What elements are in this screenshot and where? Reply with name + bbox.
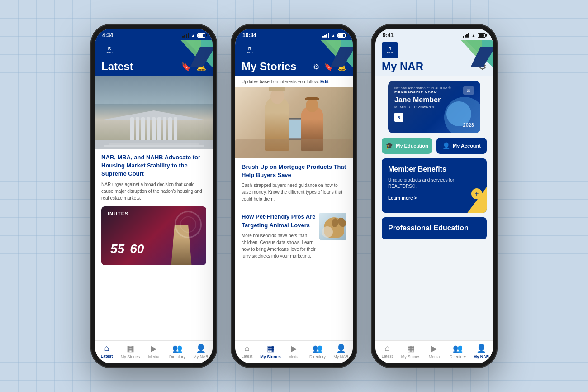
account-label: My Account bbox=[453, 143, 481, 148]
nav-label-latest-1: Latest bbox=[101, 354, 113, 359]
story-card-text: How Pet-Friendly Pros Are Targeting Anim… bbox=[242, 213, 316, 259]
mynar-icon-2: 👤 bbox=[336, 344, 346, 354]
directory-icon-2: 👥 bbox=[313, 344, 322, 354]
phone-mystories: 10:34 ▲ RNAR bbox=[231, 24, 357, 368]
bottom-nav-2: ⌂ Latest ▦ My Stories ▶ Media 👥 Director… bbox=[235, 340, 353, 363]
signal-icon-2 bbox=[322, 33, 329, 38]
benefits-link[interactable]: Learn more > bbox=[388, 196, 417, 201]
pro-edu-title: Professional Education bbox=[388, 224, 480, 233]
screen-content-3[interactable]: ✉ National Association of REALTORS® MEMB… bbox=[375, 76, 493, 340]
nav-latest-2[interactable]: ⌂ Latest bbox=[235, 344, 259, 359]
bookmark-icon-1[interactable]: 🔖 bbox=[181, 62, 191, 72]
page-title-3: My NAR bbox=[382, 60, 423, 73]
nav-label-media-3: Media bbox=[429, 354, 440, 359]
home-icon-2: ⌂ bbox=[245, 344, 250, 353]
status-icons-3: ▲ bbox=[463, 33, 486, 38]
article-card-3[interactable]: How Pet-Friendly Pros Are Targeting Anim… bbox=[235, 208, 353, 264]
article-card-1[interactable]: NAR, MBA, and NAHB Advocate for Housing … bbox=[95, 149, 213, 206]
nar-logo-1: RNAR bbox=[101, 42, 118, 58]
nav-label-directory-1: Directory bbox=[169, 354, 185, 359]
education-label: My Education bbox=[396, 143, 428, 148]
nav-media-1[interactable]: ▶ Media bbox=[142, 344, 166, 359]
time-3: 9:41 bbox=[383, 32, 394, 38]
bell-icon-1[interactable]: 🔔 bbox=[196, 62, 206, 72]
nav-label-stories-2: My Stories bbox=[260, 354, 281, 359]
signal-icon-3 bbox=[463, 33, 469, 38]
screen-content-1[interactable]: NAR, MBA, and NAHB Advocate for Housing … bbox=[95, 76, 213, 340]
nav-label-mynar-1: My NAR bbox=[193, 354, 209, 359]
article-body-3: More households have pets than children,… bbox=[242, 232, 316, 259]
video-card-1[interactable]: INUTES 5560 bbox=[101, 206, 206, 265]
stories-icon-1: ▦ bbox=[127, 344, 134, 354]
nav-media-2[interactable]: ▶ Media bbox=[282, 344, 306, 359]
member-benefits-card[interactable]: + Member Benefits Unique products and se… bbox=[382, 158, 487, 213]
stories-icon-3: ▦ bbox=[407, 344, 415, 354]
media-icon-1: ▶ bbox=[151, 344, 157, 354]
nav-latest-3[interactable]: ⌂ Latest bbox=[375, 344, 399, 359]
nav-mynar-1[interactable]: 👤 My NAR bbox=[189, 344, 213, 359]
directory-icon-3: 👥 bbox=[453, 344, 463, 354]
home-icon-3: ⌂ bbox=[385, 344, 390, 353]
card-org: National Association of REALTORS® bbox=[394, 86, 474, 90]
article-title-2: Brush Up on Mortgage Products That Help … bbox=[242, 163, 346, 179]
nav-label-stories-1: My Stories bbox=[121, 354, 140, 359]
nav-directory-2[interactable]: 👥 Directory bbox=[306, 344, 329, 359]
card-type: MEMBERSHIP CARD bbox=[394, 90, 474, 94]
phone1-header: RNAR Latest 🔖 🔔 bbox=[95, 40, 213, 76]
mynar-icon-1: 👤 bbox=[196, 344, 206, 354]
my-education-button[interactable]: 🎓 My Education bbox=[382, 138, 432, 154]
nav-mystories-2[interactable]: ▦ My Stories bbox=[259, 344, 282, 359]
battery-icon-2 bbox=[337, 33, 346, 38]
nav-mystories-1[interactable]: ▦ My Stories bbox=[119, 344, 142, 359]
time-2: 10:34 bbox=[242, 32, 256, 38]
nav-media-3[interactable]: ▶ Media bbox=[422, 344, 446, 359]
nav-label-media-1: Media bbox=[148, 354, 160, 359]
phone3-header: RNAR My NAR ⚙ bbox=[375, 40, 493, 76]
nar-logo-3: RNAR bbox=[382, 42, 398, 58]
nav-label-directory-3: Directory bbox=[450, 354, 466, 359]
nav-latest-1[interactable]: ⌂ Latest bbox=[95, 344, 119, 359]
nav-label-media-2: Media bbox=[289, 354, 300, 359]
nav-mystories-3[interactable]: ▦ My Stories bbox=[399, 344, 422, 359]
page-title-2: My Stories bbox=[242, 60, 296, 73]
nav-label-latest-3: Latest bbox=[382, 354, 393, 359]
signal-icon-1 bbox=[182, 33, 189, 38]
screen-content-2[interactable]: Brush Up on Mortgage Products That Help … bbox=[235, 87, 353, 340]
time-1: 4:34 bbox=[102, 32, 113, 38]
mynar-icon-3: 👤 bbox=[476, 344, 486, 354]
nav-directory-1[interactable]: 👥 Directory bbox=[166, 344, 189, 359]
wifi-icon-2: ▲ bbox=[331, 33, 336, 38]
stories-edit-bar: Updates based on interests you follow. E… bbox=[235, 76, 353, 87]
article-card-2[interactable]: Brush Up on Mortgage Products That Help … bbox=[235, 158, 353, 208]
plus-button[interactable]: + bbox=[471, 188, 482, 199]
my-account-button[interactable]: 👤 My Account bbox=[436, 138, 487, 154]
status-bar-1: 4:34 ▲ bbox=[95, 29, 213, 40]
phone-latest: 4:34 ▲ RNAR bbox=[90, 24, 217, 368]
pro-edu-card[interactable]: Professional Education bbox=[382, 217, 487, 239]
article-title-3: How Pet-Friendly Pros Are Targeting Anim… bbox=[242, 213, 316, 229]
gear-icon-3[interactable]: ⚙ bbox=[479, 61, 487, 72]
hero-image-1 bbox=[95, 76, 213, 149]
card-member-id: MEMBER ID 123456789 bbox=[394, 105, 474, 109]
benefits-title: Member Benefits bbox=[388, 165, 480, 174]
status-bar-2: 10:34 ▲ bbox=[235, 29, 353, 40]
edu-account-row: 🎓 My Education 👤 My Account bbox=[375, 138, 493, 154]
benefits-desc: Unique products and services for REALTOR… bbox=[388, 177, 480, 190]
page-title-1: Latest bbox=[101, 60, 133, 73]
account-icon: 👤 bbox=[442, 142, 450, 149]
nav-mynar-3[interactable]: 👤 My NAR bbox=[469, 344, 493, 359]
nar-logo-2: RNAR bbox=[242, 42, 258, 58]
phone-mynar: 9:41 ▲ RNAR bbox=[371, 24, 498, 368]
status-bar-3: 9:41 ▲ bbox=[375, 29, 493, 40]
nav-directory-3[interactable]: 👥 Directory bbox=[446, 344, 469, 359]
article-body-1: NAR urges against a broad decision that … bbox=[101, 181, 206, 201]
nav-label-directory-2: Directory bbox=[309, 354, 326, 359]
education-icon: 🎓 bbox=[385, 142, 393, 149]
directory-icon-1: 👥 bbox=[172, 344, 182, 354]
nav-mynar-2[interactable]: 👤 My NAR bbox=[329, 344, 353, 359]
nav-label-stories-3: My Stories bbox=[401, 354, 421, 359]
edit-link[interactable]: Edit bbox=[320, 79, 329, 84]
filter-icon-2[interactable]: ⚙ bbox=[313, 62, 319, 71]
bell-icon-2[interactable]: 🔔 bbox=[337, 62, 346, 71]
bookmark-icon-2[interactable]: 🔖 bbox=[324, 62, 333, 71]
